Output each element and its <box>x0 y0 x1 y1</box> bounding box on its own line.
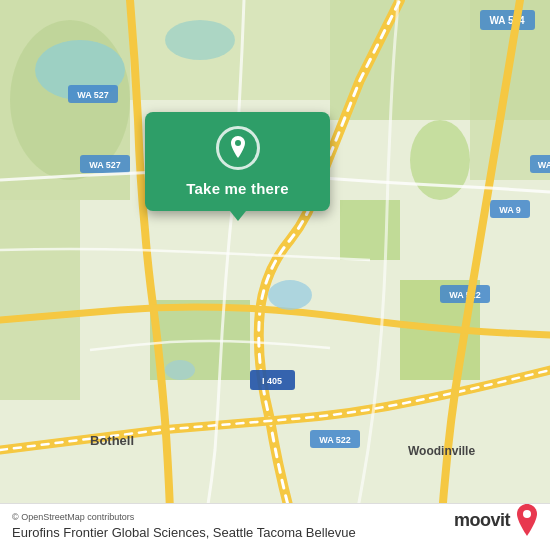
moovit-pin-icon <box>514 502 540 538</box>
map-container: WA 524 WA 527 WA 527 WA 9 WA 522 WA 522 … <box>0 0 550 550</box>
map-background: WA 524 WA 527 WA 527 WA 9 WA 522 WA 522 … <box>0 0 550 550</box>
svg-point-32 <box>165 360 195 380</box>
svg-point-7 <box>165 20 235 60</box>
location-name: Eurofins Frontier Global Sciences, Seatt… <box>12 525 356 540</box>
svg-text:WA 527: WA 527 <box>77 90 109 100</box>
osm-credit-text: © OpenStreetMap contributors <box>12 512 134 522</box>
location-icon-circle <box>216 126 260 170</box>
svg-rect-2 <box>0 200 80 400</box>
svg-point-34 <box>523 510 531 518</box>
svg-text:Woodinville: Woodinville <box>408 444 475 458</box>
moovit-text: moovit <box>454 510 510 531</box>
svg-text:WA 522: WA 522 <box>319 435 351 445</box>
take-me-there-button[interactable]: Take me there <box>186 180 288 197</box>
svg-point-31 <box>268 280 312 310</box>
svg-text:I 405: I 405 <box>262 376 282 386</box>
svg-text:WA 9: WA 9 <box>499 205 521 215</box>
bottom-bar: © OpenStreetMap contributors Eurofins Fr… <box>0 503 550 550</box>
svg-text:WA 527: WA 527 <box>89 160 121 170</box>
svg-point-33 <box>235 140 241 146</box>
svg-text:WA 522: WA 522 <box>449 290 481 300</box>
svg-text:WA: WA <box>538 160 550 170</box>
location-pin-icon <box>226 134 250 162</box>
moovit-logo: moovit <box>454 502 540 538</box>
popup-card: Take me there <box>145 112 330 211</box>
svg-text:Bothell: Bothell <box>90 433 134 448</box>
svg-rect-9 <box>340 200 400 260</box>
